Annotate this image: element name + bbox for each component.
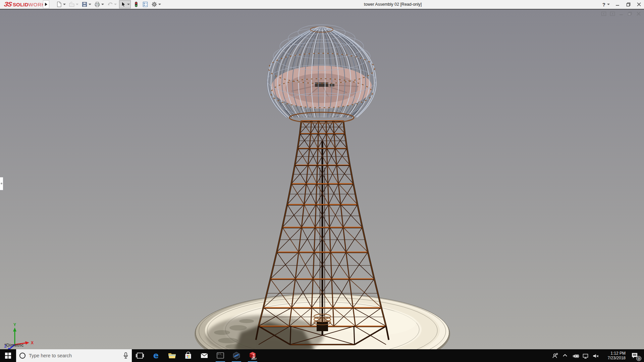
start-button[interactable] [0, 349, 16, 362]
chevron-down-icon[interactable] [89, 4, 91, 5]
chevron-down-icon[interactable] [63, 4, 66, 5]
taskbar-app-hexagon-app[interactable] [228, 349, 245, 362]
minimize-icon [619, 11, 624, 16]
file-explorer-icon [168, 351, 176, 360]
chevron-down-icon[interactable] [158, 4, 161, 5]
doc-close-button[interactable] [636, 11, 641, 16]
logo-text-solid: SOLID [13, 2, 29, 7]
windows-logo-icon [5, 353, 11, 359]
restore-icon [627, 11, 633, 16]
undo-icon [107, 1, 113, 7]
pane-left-icon [601, 11, 606, 16]
chevron-down-icon[interactable] [101, 4, 104, 5]
new-document-button[interactable] [55, 0, 66, 8]
titlebar: ЗS SOLIDWORKS tower Assembly 02 [Read-on… [0, 0, 644, 9]
doc-pane-left-button[interactable] [601, 11, 606, 16]
doc-minimize-button[interactable] [619, 11, 624, 16]
play-triangle-icon [45, 3, 47, 6]
restore-icon [626, 2, 631, 7]
select-cursor-button[interactable] [119, 0, 131, 8]
window-title: tower Assembly 02 [Read-only] [364, 2, 422, 7]
svg-text:Y: Y [13, 322, 16, 327]
undo-button [106, 0, 117, 8]
titlebar-right-controls: ? [602, 0, 642, 9]
feature-panel-collapse-tab[interactable] [0, 177, 3, 190]
traffic-light-button[interactable] [132, 0, 140, 8]
print-icon [94, 1, 100, 7]
chevron-down-icon [76, 4, 78, 5]
new-document-icon [56, 1, 62, 7]
svg-text:X: X [31, 341, 34, 345]
dassault-mark: ЗS [3, 1, 12, 8]
open-button [68, 0, 79, 8]
options-gear-icon [151, 1, 157, 7]
model-canvas[interactable] [0, 9, 644, 350]
clock-date: 7/23/2018 [601, 356, 626, 360]
microphone-icon [123, 352, 128, 359]
notification-badge: 3 [636, 356, 641, 361]
quick-access-toolbar [55, 0, 163, 9]
model-dome [267, 25, 376, 123]
menu-flyout-button[interactable] [43, 0, 49, 8]
chevron-down-icon[interactable] [127, 4, 130, 5]
taskbar-app-mail[interactable] [196, 349, 212, 362]
taskbar-app-task-view[interactable] [132, 349, 148, 362]
solidworks-2017-icon: SW2017 [248, 351, 257, 360]
people-icon [552, 353, 559, 359]
clock-time: 1:12 PM [601, 351, 626, 356]
edge-icon: e [152, 351, 160, 360]
svg-text:2017: 2017 [251, 358, 257, 360]
close-icon [637, 2, 641, 6]
chevron-down-icon [607, 4, 610, 5]
restore-button[interactable] [625, 1, 631, 7]
select-cursor-icon [120, 1, 126, 7]
taskbar-app-edge[interactable]: e [148, 349, 164, 362]
taskbar-app-solidworks-2017[interactable]: SW2017 [245, 349, 261, 362]
tray-volume-muted-button[interactable] [591, 349, 601, 362]
task-view-icon [136, 351, 144, 360]
pane-right-icon [610, 11, 615, 16]
taskbar-app-file-explorer[interactable] [164, 349, 180, 362]
document-window-controls [601, 11, 641, 16]
traffic-light-icon [133, 1, 139, 7]
taskbar: Type here to search eC:\_SW2017 1:12 PM … [0, 349, 644, 362]
search-placeholder: Type here to search [29, 353, 120, 358]
doc-pane-right-button[interactable] [610, 11, 615, 16]
hidden-icons-chevron-icon [562, 353, 569, 359]
tray-network-button[interactable] [581, 349, 591, 362]
taskbar-app-store[interactable] [180, 349, 196, 362]
chevron-down-icon [114, 4, 117, 5]
print-button[interactable] [94, 0, 105, 8]
options-gear-button[interactable] [151, 0, 162, 8]
help-button[interactable]: ? [602, 2, 610, 7]
view-orientation-label: *Dimetric [4, 343, 23, 348]
file-properties-button[interactable] [142, 0, 149, 8]
open-icon [69, 1, 75, 7]
mail-icon [200, 351, 209, 360]
doc-restore-button[interactable] [627, 11, 633, 16]
save-icon [82, 1, 88, 7]
tray-people-button[interactable] [550, 349, 560, 362]
tray-hidden-icons-chevron-button[interactable] [560, 349, 571, 362]
close-icon [636, 11, 641, 16]
command-prompt-icon: C:\_ [216, 351, 225, 360]
tray-icon-row [550, 349, 601, 362]
minimize-button[interactable] [614, 1, 621, 7]
hexagon-app-icon [232, 351, 241, 360]
battery-icon [572, 353, 579, 359]
save-button[interactable] [81, 0, 92, 8]
volume-muted-icon [592, 353, 599, 359]
action-center-button[interactable]: 3 [627, 349, 642, 362]
help-icon: ? [602, 2, 605, 7]
taskbar-search[interactable]: Type here to search [16, 349, 132, 362]
file-properties-icon [142, 1, 148, 7]
svg-text:e: e [153, 351, 159, 360]
tray-battery-button[interactable] [571, 349, 581, 362]
cortana-icon [19, 353, 25, 359]
tray-clock[interactable]: 1:12 PM 7/23/2018 [601, 351, 627, 360]
close-button[interactable] [636, 1, 642, 7]
graphics-viewport[interactable]: YXZ *Dimetric [0, 9, 644, 350]
taskbar-app-row: eC:\_SW2017 [132, 349, 261, 362]
svg-text:C:\_: C:\_ [218, 353, 223, 355]
taskbar-app-command-prompt[interactable]: C:\_ [212, 349, 228, 362]
